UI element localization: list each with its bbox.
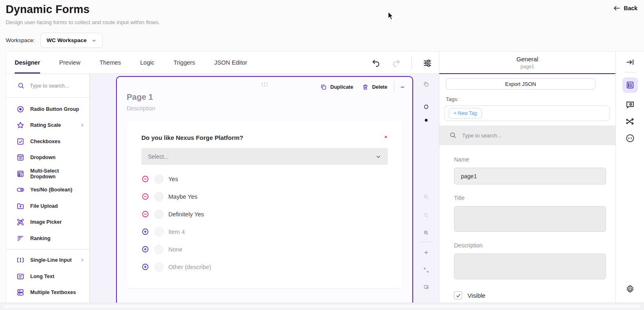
remove-choice-icon[interactable] — [141, 210, 149, 218]
export-json-button[interactable]: Export JSON — [446, 78, 595, 90]
question-title[interactable]: Do you like Nexus Forge Platform? — [141, 134, 385, 141]
name-field-input[interactable] — [454, 168, 606, 184]
choice-label[interactable]: Item 4 — [168, 229, 185, 235]
choice-label[interactable]: Definitely Yes — [168, 211, 204, 218]
choice-label[interactable]: Other (describe) — [168, 264, 211, 270]
duplicate-page-button[interactable]: Duplicate — [318, 82, 356, 92]
chevron-right-icon — [80, 123, 85, 128]
toolbox-item-boolean[interactable]: Yes/No (Boolean) — [6, 182, 89, 198]
toolbox-item-label: Multi-Select Dropdown — [30, 168, 85, 180]
description-field-textarea[interactable] — [454, 254, 606, 279]
rail-tab-translations[interactable] — [625, 133, 635, 143]
branch-arrows-icon — [625, 117, 635, 126]
collapse-panel-icon — [626, 58, 635, 67]
new-tag-button[interactable]: + New Tag — [449, 108, 482, 119]
collapse-panel-button[interactable] — [626, 58, 635, 67]
rail-tab-comments[interactable] — [625, 100, 635, 110]
toolbox-sidebar: Radio Button Group Rating Scale Checkbox… — [6, 74, 90, 303]
fit-page-icon[interactable] — [423, 250, 429, 255]
horizontal-scrollbar[interactable] — [0, 303, 644, 310]
name-field-label: Name — [454, 156, 606, 163]
redo-button[interactable] — [391, 58, 402, 68]
page-panel[interactable]: Duplicate Delete Page 1 Description Do y… — [116, 76, 413, 303]
radio-circle[interactable] — [154, 227, 163, 236]
settings-button[interactable] — [625, 284, 635, 294]
tab-logic[interactable]: Logic — [140, 52, 154, 74]
visible-label: Visible — [467, 292, 485, 299]
toolbox-item-multiselect-dropdown[interactable]: Multi-Select Dropdown — [6, 166, 89, 182]
rail-tab-logic[interactable] — [625, 117, 635, 126]
toolbox-item-label: Single-Line Input — [30, 257, 74, 263]
radio-circle[interactable] — [154, 192, 163, 201]
radio-circle[interactable] — [154, 175, 163, 184]
page-title: Dynamic Forms — [6, 3, 160, 16]
toolbox-item-label: Image Picker — [30, 219, 85, 225]
image-picker-icon — [16, 218, 25, 226]
property-search-input[interactable] — [462, 133, 552, 139]
rail-tab-general[interactable] — [622, 77, 638, 93]
remove-choice-icon[interactable] — [141, 175, 149, 183]
toolbox-search-input[interactable] — [30, 83, 79, 89]
scrollbar-track[interactable] — [3, 305, 641, 308]
tab-triggers[interactable]: Triggers — [174, 52, 195, 74]
toolbox-item-long-text[interactable]: Long Text — [6, 268, 89, 285]
yes-no-toggle-icon — [16, 186, 25, 194]
remove-choice-icon[interactable] — [141, 193, 149, 200]
collapse-page-button[interactable] — [398, 83, 407, 91]
choice-label[interactable]: Maybe Yes — [168, 193, 197, 200]
property-panel-header: General page1 — [439, 52, 615, 74]
toolbox-item-multiple-textboxes[interactable]: Multiple Textboxes — [6, 285, 89, 301]
undo-button[interactable] — [371, 58, 381, 68]
delete-page-button[interactable]: Delete — [360, 82, 390, 92]
surface-mode-icon[interactable] — [423, 284, 429, 290]
add-choice-icon[interactable] — [141, 245, 149, 253]
radio-circle[interactable] — [154, 210, 163, 219]
tab-themes[interactable]: Themes — [100, 52, 121, 74]
toolbox-item-ranking[interactable]: Ranking — [6, 230, 89, 247]
question-select[interactable]: Select... — [141, 148, 388, 165]
page-panel-title[interactable]: Page 1 — [127, 92, 412, 102]
add-choice-icon[interactable] — [141, 228, 149, 236]
tab-designer[interactable]: Designer — [15, 52, 40, 74]
toolbox-item-single-line-input[interactable]: Single-Line Input — [6, 252, 89, 269]
view-settings-button[interactable] — [422, 57, 433, 69]
toolbox-item-rating[interactable]: Rating Scale — [6, 117, 89, 134]
toolbox-item-radiogroup[interactable]: Radio Button Group — [6, 101, 89, 117]
single-line-input-icon — [16, 256, 25, 264]
minus-icon — [399, 84, 406, 90]
question-card[interactable]: Do you like Nexus Forge Platform? * Sele… — [127, 121, 402, 288]
zoom-reset-icon[interactable] — [423, 213, 429, 218]
tab-preview[interactable]: Preview — [59, 52, 80, 74]
page-navigator-dot-filled[interactable] — [424, 118, 428, 122]
toolbox-item-file-upload[interactable]: File Upload — [6, 198, 89, 214]
property-search[interactable] — [439, 126, 615, 145]
design-surface: Duplicate Delete Page 1 Description Do y… — [90, 74, 439, 303]
toolbox-item-checkboxes[interactable]: Checkboxes — [6, 133, 89, 150]
toolbox-item-dropdown[interactable]: Dropdown — [6, 150, 89, 166]
toolbox-search[interactable] — [6, 74, 89, 98]
page-panel-description[interactable]: Description — [127, 105, 412, 112]
tab-json-editor[interactable]: JSON Editor — [214, 52, 247, 74]
radio-button-group-icon — [16, 105, 25, 113]
back-button[interactable]: Back — [613, 5, 637, 11]
choice-label[interactable]: Yes — [168, 176, 178, 182]
title-field-textarea[interactable] — [454, 206, 606, 232]
duplicate-label: Duplicate — [330, 84, 353, 90]
choice-label[interactable]: None — [168, 246, 183, 253]
radio-circle[interactable] — [154, 245, 163, 254]
circle-arrows-icon — [625, 133, 635, 143]
zoom-out-icon[interactable] — [423, 194, 429, 200]
choice-list: Yes Maybe Yes Definitely Yes — [141, 170, 388, 276]
zoom-in-icon[interactable] — [423, 230, 429, 236]
select-placeholder: Select... — [148, 153, 376, 160]
workspace-select[interactable]: WC Workspace — [40, 33, 103, 48]
toolbox-item-image-picker[interactable]: Image Picker — [6, 214, 89, 231]
page-navigator-dot-outline[interactable] — [424, 104, 429, 109]
expand-icon[interactable] — [423, 267, 429, 273]
visible-checkbox[interactable] — [454, 291, 462, 299]
add-choice-icon[interactable] — [141, 263, 149, 271]
drag-handle-icon[interactable] — [262, 83, 268, 86]
radio-circle[interactable] — [154, 263, 163, 272]
choice-row: Definitely Yes — [141, 205, 388, 223]
page-copy-icon[interactable] — [423, 81, 429, 87]
